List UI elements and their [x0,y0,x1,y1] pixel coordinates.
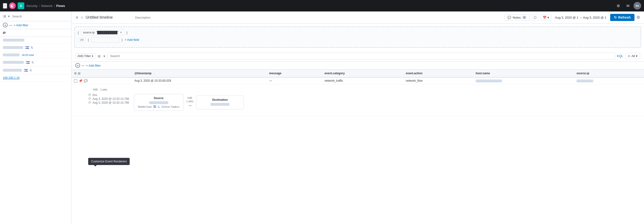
settings-icon-btn[interactable]: ⚙ [614,2,622,10]
calendar-btn[interactable]: 📅 ▾ [540,14,551,21]
time-1: Aug 3, 2020 @ 10:32:13.786 [92,97,129,100]
list-item[interactable]: 🇮🇱 IL [0,59,71,66]
filter-row-2: OR ( ) + Add field [78,37,638,43]
filter-row-1: ( source.ip: "██████████" ✕ ) [78,30,638,35]
row-timestamp: Aug 3, 2020 @ 10:33:00.029 [132,77,267,84]
add-filter-btn-2[interactable]: + Add filter [86,64,101,67]
tooltip-arrow [94,165,97,166]
sidebar-dash: — [9,23,12,27]
row-note-btn[interactable]: 💬 [84,79,88,83]
table-gear-btn[interactable]: ⚙ [74,71,77,75]
source-country: IL [158,105,160,108]
tooltip-customize: Customize Event Renderers [88,158,130,165]
dash-spacer: — [82,64,84,67]
add-filter-btn[interactable]: + Add filter [14,23,28,27]
breadcrumb: Security / Network / Flows [26,4,65,8]
time-0: 0ns [92,93,97,97]
timeline-star-btn[interactable]: ☆ [80,15,84,20]
col-header-timestamp: @timestamp ↓ [132,69,267,77]
breadcrumb-sep2: / [54,4,55,8]
filter-empty-area [91,37,120,43]
refresh-btn[interactable]: ↻ Refresh [610,14,634,21]
flag-icon: 🇮🇱 [25,46,29,49]
svg-point-0 [9,3,16,9]
flag-icon: 🇮🇱 [24,68,28,72]
left-sidebar: ⊞ ▾ ⊕ — + Add filter IP 🇮🇱 IL [0,12,72,224]
list-item[interactable]: 100.100.1.15 [0,74,71,82]
col-header-event-category: event.category [322,69,404,77]
add-field-btn[interactable]: + Add field [125,38,139,42]
dest-ip-row [200,103,240,106]
partial-link: :dc33:read [22,53,34,56]
row-event-category: network_traffic [322,77,404,84]
filter-dropdown-icon: ▾ [92,54,93,58]
list-item[interactable]: 🇮🇱 IL [0,44,71,52]
query-dropdown-btn[interactable]: ▾ [103,54,106,59]
list-item[interactable] [0,37,71,44]
flow-arrow: 54B 1 pkts → [184,96,196,108]
col-header-source-ip: source.ip [574,69,644,77]
query-search-input[interactable] [108,53,615,59]
destination-card: Destination [196,95,244,109]
timeline-title-input[interactable] [86,15,133,20]
search-input[interactable] [12,15,68,18]
ip-blurred [3,46,23,49]
search-options-btn[interactable]: ⊞ [3,14,7,19]
kql-btn[interactable]: KQL [617,54,623,58]
detail-times: ⏱ 0ns ⏱ Aug 3, 2020 @ 10:32:13.786 [88,92,129,106]
query-bar: AND Filter ▾ ⊞ ▾ KQL All ▾ [72,51,644,62]
row-message: — [267,77,322,84]
filter-circle-btn[interactable]: ⊕ [3,23,8,28]
calendar-dropdown-icon: ▾ [548,16,549,19]
timeline-close-btn[interactable]: ✕ [75,15,78,20]
top-nav: ☰ D Security / Network / Flows ⚙ ✉ bs [0,0,644,12]
add-filter-circle-btn[interactable]: ⊕ [75,63,80,68]
right-main: ✕ ☆ 💬 Notes 0 ⬡ 📅 ▾ Aug 3, 2020 @ 1 → Au… [72,12,644,224]
and-filter-btn[interactable]: AND Filter ▾ [75,53,95,59]
breadcrumb-sep1: / [39,4,40,8]
avatar[interactable]: bs [634,2,641,10]
source-ip-row [138,101,180,104]
host-name-blurred [476,79,502,82]
ip-blurred [3,53,20,56]
stats-pkts: 1 pkts [100,88,107,91]
settings-btn[interactable]: ⚙ [636,15,640,20]
row-pin-btn[interactable]: 📌 [79,79,82,83]
ip-blurred [3,69,22,72]
mail-icon-btn[interactable]: ✉ [624,2,632,10]
ip-link[interactable]: 100.100.1.15 [3,76,20,79]
source-ip-blurred [576,79,593,82]
refresh-icon: ↻ [614,16,617,19]
filter-chip-close-btn[interactable]: ✕ [120,31,122,34]
timeline-desc-input[interactable] [135,16,175,19]
country-label: IL [31,46,33,49]
breadcrumb-security: Security [26,4,38,8]
source-tags: Middle East 🇮🇱 IL Zichron Yaakov [138,105,180,108]
query-options-btn[interactable]: ⊞ [97,54,101,59]
notes-chat-icon: 💬 [508,16,511,19]
flow-bytes: 54B [188,96,192,99]
filter-chip[interactable]: source.ip: "██████████" ✕ [81,30,124,35]
list-item[interactable]: 🇮🇱 IL [0,66,71,74]
source-city: Zichron Yaakov [161,105,179,108]
notes-btn[interactable]: 💬 Notes 0 [504,14,530,21]
ip-blurred [3,61,24,64]
flow-pkts: 1 pkts [186,100,193,103]
hamburger-menu[interactable]: ☰ [3,3,7,9]
search-dropdown-btn[interactable]: ▾ [8,14,10,19]
row-checkbox[interactable] [74,79,77,83]
open-paren-2: ( [88,38,89,42]
share-btn[interactable]: ⬡ [532,14,539,21]
date-range: Aug 3, 2020 @ 1 → Aug 3, 2020 @ 1 [555,16,606,19]
or-badge: OR [78,38,86,42]
list-item[interactable]: :dc33:read [0,52,71,59]
table-expand-btn[interactable]: ⊞ [78,71,80,75]
calendar-icon: 📅 [543,16,546,19]
col-header-actions: ⚙ ⊞ [72,69,132,77]
table-row-expanded: 54B | 1 pkts ⏱ 0ns [72,84,644,116]
source-ip-value [149,101,168,104]
source-region: Middle East [138,105,152,108]
col-header-message: message [267,69,322,77]
network-flow-row: Source Middle East 🇮🇱 IL [134,94,244,111]
all-dropdown[interactable]: All ▾ [625,53,640,59]
